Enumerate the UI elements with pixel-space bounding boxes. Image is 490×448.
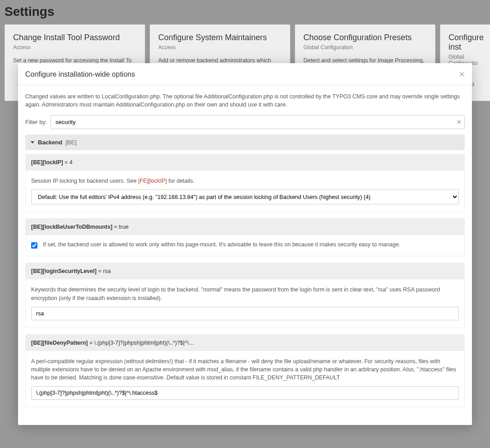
card-subtitle: Global Configuration <box>303 44 427 51</box>
config-key: [BE][loginSecurityLevel] <box>31 268 96 274</box>
config-item-lockbeuser: [BE][lockBeUserToDBmounts] = true If set… <box>25 218 465 256</box>
config-item-header: [BE][fileDenyPattern] = \.(php[3-7]?|php… <box>26 335 464 351</box>
config-value: = \.(php[3-7]?|phpsh|phtml|pht)(\..*)?$|… <box>89 340 194 346</box>
filter-label: Filter by: <box>25 119 47 125</box>
config-item-header: [BE][loginSecurityLevel] = rsa <box>26 263 464 279</box>
checkbox-label: If set, the backend user is allowed to w… <box>43 241 400 248</box>
config-desc: A perl-compatible regular expression (wi… <box>31 357 459 382</box>
section-tag: [BE] <box>65 139 77 146</box>
loginsecurity-input[interactable] <box>31 307 459 320</box>
config-item-filedenypattern: [BE][fileDenyPattern] = \.(php[3-7]?|php… <box>25 334 465 407</box>
section-toggle-backend[interactable]: Backend [BE] <box>25 134 465 150</box>
config-item-loginsecurity: [BE][loginSecurityLevel] = rsa Keywords … <box>25 263 465 328</box>
card-title: Configure System Maintainers <box>158 33 282 42</box>
modal-configure-options: Configure installation-wide options × Ch… <box>18 63 472 425</box>
modal-scroll-area[interactable]: Changed values are written to LocalConfi… <box>18 85 472 425</box>
modal-intro-text: Changed values are written to LocalConfi… <box>25 92 465 109</box>
caret-down-icon <box>31 141 34 143</box>
config-key: [BE][lockBeUserToDBmounts] <box>31 224 112 230</box>
config-item-lockip: [BE][lockIP] = 4 Session IP locking for … <box>25 154 465 212</box>
card-title: Change Install Tool Password <box>13 33 137 42</box>
filter-input[interactable] <box>50 115 465 129</box>
config-item-header: [BE][lockIP] = 4 <box>26 154 464 171</box>
filedenypattern-input[interactable] <box>31 386 459 400</box>
config-desc: Keywords that determines the security le… <box>31 286 459 302</box>
filter-row: Filter by: × <box>25 115 465 129</box>
config-value: = rsa <box>98 268 111 274</box>
config-key: [BE][fileDenyPattern] <box>31 340 88 346</box>
filter-clear-button[interactable]: × <box>457 118 461 126</box>
config-desc: Session IP locking for backend users. Se… <box>31 177 459 185</box>
lockip-select[interactable]: Default: Use the full editors' IPv4 addr… <box>31 189 459 204</box>
section-name: Backend <box>38 139 62 146</box>
card-subtitle: Access <box>158 44 282 51</box>
card-title: Choose Configuration Presets <box>303 33 427 42</box>
config-item-header: [BE][lockBeUserToDBmounts] = true <box>26 219 464 235</box>
card-title: Configure inst <box>449 33 485 52</box>
page-title: Settings <box>5 0 485 24</box>
config-key: [BE][lockIP] <box>31 159 63 166</box>
modal-title: Configure installation-wide options <box>25 70 135 79</box>
config-value: = true <box>114 224 128 230</box>
close-button[interactable]: × <box>459 69 465 79</box>
card-subtitle: Access <box>13 44 137 51</box>
config-ref: [FE][lockIP] <box>138 178 167 184</box>
lockbeuser-checkbox[interactable] <box>31 242 37 249</box>
config-value: = 4 <box>64 159 73 166</box>
modal-header: Configure installation-wide options × <box>18 63 472 85</box>
checkbox-row[interactable]: If set, the backend user is allowed to w… <box>31 241 459 249</box>
